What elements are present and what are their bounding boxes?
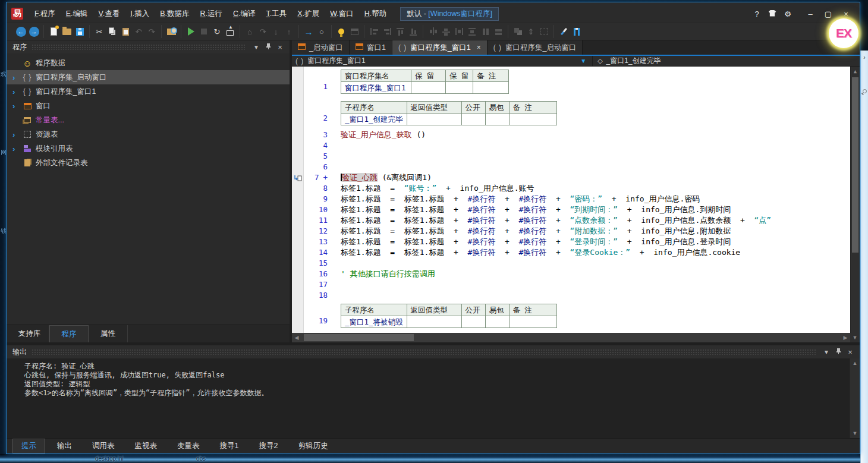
code-line[interactable]: 15 bbox=[292, 258, 850, 269]
scroll-down-icon[interactable]: ▼ bbox=[850, 429, 860, 438]
run-icon[interactable] bbox=[184, 26, 197, 37]
tree-item-程序数据[interactable]: ☺程序数据 bbox=[7, 56, 290, 70]
code-line[interactable]: 1窗口程序集名保 留保 留备 注窗口程序集_窗口1 bbox=[292, 67, 850, 98]
save-file-icon[interactable] bbox=[73, 26, 86, 37]
expand-chevron-icon[interactable]: › bbox=[12, 87, 22, 96]
paste-icon[interactable] bbox=[119, 26, 132, 37]
code-line[interactable]: 5 bbox=[292, 151, 850, 162]
doc-tab-窗口程序集_启动窗口[interactable]: ( )窗口程序集_启动窗口 bbox=[488, 40, 583, 55]
menu-I[interactable]: I.插入 bbox=[125, 7, 155, 21]
table-cell[interactable] bbox=[485, 316, 509, 328]
code-line[interactable]: 6 bbox=[292, 162, 850, 172]
output-tab-搜寻1[interactable]: 搜寻1 bbox=[212, 439, 247, 453]
output-tab-剪辑历史[interactable]: 剪辑历史 bbox=[290, 439, 336, 453]
table-cell[interactable] bbox=[461, 316, 485, 328]
panel-dropdown-icon[interactable]: ▼ bbox=[250, 44, 262, 51]
output-tab-输出[interactable]: 输出 bbox=[49, 439, 80, 453]
nav-back-icon[interactable]: ← bbox=[14, 26, 27, 37]
output-tab-提示[interactable]: 提示 bbox=[12, 439, 45, 453]
horizontal-scroll-thumb[interactable] bbox=[304, 334, 414, 341]
ex-overlay-badge[interactable]: EX bbox=[829, 18, 858, 48]
table-cell[interactable]: 窗口程序集_窗口1 bbox=[341, 82, 411, 94]
tree-item-资源表[interactable]: ›资源表 bbox=[7, 127, 290, 141]
jump-to-icon[interactable]: → bbox=[302, 26, 315, 37]
code-line[interactable]: 10标签1.标题 = 标签1.标题 + #换行符 + #换行符 + “到期时间：… bbox=[292, 204, 850, 215]
table-cell[interactable] bbox=[446, 82, 473, 94]
tree-item-窗口[interactable]: ›窗口 bbox=[7, 99, 290, 113]
output-tab-变量表[interactable]: 变量表 bbox=[169, 439, 208, 453]
menu-W[interactable]: W.窗口 bbox=[325, 7, 359, 21]
tree-item-模块引用表[interactable]: ›模块引用表 bbox=[7, 141, 290, 156]
code-text[interactable]: 标签1.标题 = 标签1.标题 + #换行符 + #换行符 + “登录时间：” … bbox=[334, 237, 850, 247]
help-icon[interactable]: ? bbox=[749, 8, 765, 20]
code-text[interactable]: 标签1.标题 = “账号：” + info_用户信息.账号 bbox=[334, 183, 850, 194]
desktop-icon-label[interactable]: obs bbox=[196, 455, 206, 462]
format-brush-icon[interactable] bbox=[557, 26, 570, 37]
code-text[interactable]: 标签1.标题 = 标签1.标题 + #换行符 + #换行符 + “到期时间：” … bbox=[334, 204, 850, 215]
component-tools-icon[interactable] bbox=[570, 26, 583, 37]
scroll-left-icon[interactable]: ◀ bbox=[292, 335, 301, 341]
table-cell[interactable] bbox=[407, 316, 461, 328]
tree-item-常量表...[interactable]: 常量表... bbox=[7, 113, 290, 127]
doc-tab-窗口1[interactable]: 窗口1 bbox=[350, 40, 392, 55]
panel-dropdown-icon[interactable]: ▼ bbox=[820, 349, 832, 355]
table-cell[interactable] bbox=[473, 82, 509, 94]
code-line[interactable]: 8标签1.标题 = “账号：” + info_用户信息.账号 bbox=[292, 183, 850, 194]
code-text[interactable]: 验证_用户信息_获取 () bbox=[334, 130, 850, 140]
code-text[interactable]: 窗口程序集名保 留保 留备 注窗口程序集_窗口1 bbox=[334, 67, 850, 98]
new-file-icon[interactable] bbox=[47, 26, 60, 37]
code-text[interactable] bbox=[334, 290, 850, 301]
tree-item-窗口程序集_启动窗口[interactable]: ›{ }窗口程序集_启动窗口 bbox=[7, 70, 290, 84]
menu-X[interactable]: X.扩展 bbox=[292, 7, 325, 21]
minimize-button[interactable]: – bbox=[801, 8, 819, 20]
scroll-down-icon[interactable]: ▼ bbox=[850, 333, 860, 342]
pin-icon[interactable] bbox=[262, 43, 274, 51]
restart-icon[interactable]: ↻ bbox=[210, 26, 224, 37]
code-text[interactable]: 标签1.标题 = 标签1.标题 + #换行符 + #换行符 + “登录Cooki… bbox=[334, 247, 850, 258]
scroll-up-icon[interactable]: ▲ bbox=[851, 67, 860, 76]
code-line[interactable]: 11标签1.标题 = 标签1.标题 + #换行符 + #换行符 + “点数余额：… bbox=[292, 215, 850, 226]
menu-R[interactable]: R.运行 bbox=[195, 7, 228, 21]
settings-icon[interactable]: ⚙ bbox=[780, 8, 795, 20]
menu-V[interactable]: V.查看 bbox=[93, 7, 125, 21]
toggle-breakpoint-icon[interactable]: ○ bbox=[315, 26, 328, 37]
sidebar-tab-属性[interactable]: 属性 bbox=[89, 325, 128, 342]
table-cell[interactable] bbox=[411, 82, 446, 94]
code-line[interactable]: 16' 其他接口请自行按需调用 bbox=[292, 269, 850, 279]
tree-item-外部文件记录表[interactable]: 外部文件记录表 bbox=[7, 156, 290, 170]
desktop-icon-label[interactable]: desktop.ini bbox=[95, 455, 124, 462]
output-tab-监视表[interactable]: 监视表 bbox=[127, 439, 166, 453]
code-text[interactable] bbox=[334, 258, 850, 269]
code-text[interactable] bbox=[334, 162, 850, 172]
sidebar-tab-支持库[interactable]: 支持库 bbox=[10, 325, 49, 342]
active-config-box[interactable]: 默认 - [Windows窗口程序] bbox=[400, 7, 499, 21]
editor-vertical-scrollbar[interactable]: ▲ bbox=[850, 67, 860, 333]
chevron-down-icon[interactable]: ▼ bbox=[580, 58, 586, 64]
code-line[interactable]: 19子程序名返回值类型公开易包备 注_窗口1_将被销毁 bbox=[292, 301, 850, 332]
table-cell[interactable] bbox=[509, 316, 556, 328]
editor-horizontal-scrollbar[interactable]: ◀ ▶ ▼ bbox=[292, 333, 860, 342]
code-line[interactable]: 7+验证_心跳 (&离线回调1) bbox=[292, 172, 850, 183]
maximize-button[interactable]: ▢ bbox=[819, 8, 837, 20]
code-text[interactable]: 验证_心跳 (&离线回调1) bbox=[334, 172, 850, 183]
tab-close-icon[interactable]: × bbox=[477, 43, 481, 52]
expand-chevron-icon[interactable]: › bbox=[12, 73, 22, 82]
code-line[interactable]: 18 bbox=[292, 290, 850, 301]
tree-item-窗口程序集_窗口1[interactable]: ›{ }窗口程序集_窗口1 bbox=[7, 84, 290, 99]
scroll-right-icon[interactable]: ▶ bbox=[841, 335, 850, 341]
fold-toggle-icon[interactable]: + bbox=[323, 173, 328, 182]
code-line[interactable]: 12标签1.标题 = 标签1.标题 + #换行符 + #换行符 + “附加数据：… bbox=[292, 226, 850, 237]
cut-icon[interactable]: ✂ bbox=[93, 26, 106, 37]
menu-B[interactable]: B.数据库 bbox=[155, 7, 194, 21]
doc-tab-_启动窗口[interactable]: _启动窗口 bbox=[292, 40, 350, 55]
code-line[interactable]: 14标签1.标题 = 标签1.标题 + #换行符 + #换行符 + “登录Coo… bbox=[292, 247, 850, 258]
vertical-scroll-thumb[interactable] bbox=[852, 77, 858, 253]
code-line[interactable]: 9标签1.标题 = 标签1.标题 + #换行符 + #换行符 + “密码：” +… bbox=[292, 194, 850, 204]
sidebar-tab-程序[interactable]: 程序 bbox=[49, 325, 89, 342]
doc-tab-窗口程序集_窗口1[interactable]: ( )窗口程序集_窗口1× bbox=[392, 40, 488, 55]
menu-E[interactable]: E.编辑 bbox=[61, 7, 93, 21]
menu-T[interactable]: T.工具 bbox=[261, 7, 293, 21]
find-in-files-icon[interactable] bbox=[165, 26, 178, 37]
nav-forward-icon[interactable]: → bbox=[27, 26, 40, 37]
menu-F[interactable]: F.程序 bbox=[29, 7, 61, 21]
